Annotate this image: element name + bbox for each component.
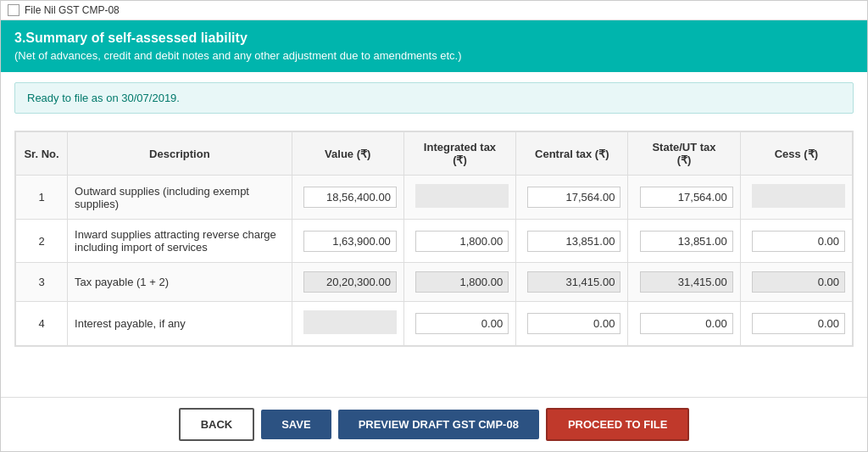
- save-button[interactable]: SAVE: [261, 410, 331, 439]
- cell-state-tax-3: 31,415.00: [628, 263, 740, 302]
- cell-cess-2: 0.00: [740, 220, 852, 263]
- cell-value-4: [292, 302, 403, 346]
- table-row: 1 Outward supplies (including exempt sup…: [16, 176, 853, 220]
- cell-srno-1: 1: [16, 176, 68, 220]
- cell-desc-1: Outward supplies (including exempt suppl…: [68, 176, 292, 220]
- empty-int-tax-1: [415, 184, 509, 208]
- col-description: Description: [68, 132, 292, 176]
- cell-desc-4: Interest payable, if any: [68, 302, 292, 346]
- input-int-tax-2[interactable]: 1,800.00: [415, 231, 509, 252]
- cell-int-tax-4: 0.00: [403, 302, 515, 346]
- cell-int-tax-2: 1,800.00: [403, 220, 515, 263]
- cell-desc-3: Tax payable (1 + 2): [68, 263, 292, 302]
- summary-table: Sr. No. Description Value (₹) Integrated…: [15, 131, 853, 346]
- input-central-tax-1[interactable]: 17,564.00: [527, 187, 620, 208]
- col-integrated-tax: Integrated tax(₹): [403, 132, 515, 176]
- cell-value-3: 20,20,300.00: [292, 263, 403, 302]
- cell-cess-4: 0.00: [740, 302, 852, 346]
- ready-notice: Ready to file as on 30/07/2019.: [14, 82, 854, 114]
- cell-value-1: 18,56,400.00: [292, 176, 403, 220]
- input-state-tax-1[interactable]: 17,564.00: [640, 187, 733, 208]
- title-checkbox[interactable]: [8, 4, 19, 16]
- table-row: 3 Tax payable (1 + 2) 20,20,300.00 1,800…: [16, 263, 853, 302]
- input-cess-2[interactable]: 0.00: [752, 231, 845, 252]
- empty-value-4: [303, 310, 397, 334]
- input-int-tax-3: 1,800.00: [415, 271, 509, 293]
- ready-notice-text: Ready to file as on 30/07/2019.: [27, 92, 180, 104]
- input-central-tax-3: 31,415.00: [527, 271, 620, 293]
- table-header-row: Sr. No. Description Value (₹) Integrated…: [16, 132, 853, 176]
- cell-int-tax-3: 1,800.00: [403, 263, 515, 302]
- col-srno: Sr. No.: [16, 132, 68, 176]
- cell-value-2: 1,63,900.00: [292, 220, 403, 263]
- cell-state-tax-1: 17,564.00: [628, 176, 740, 220]
- input-cess-3: 0.00: [752, 271, 845, 293]
- col-central-tax: Central tax (₹): [516, 132, 628, 176]
- input-value-1[interactable]: 18,56,400.00: [303, 187, 397, 208]
- cell-cess-1: [740, 176, 852, 220]
- cell-central-tax-4: 0.00: [516, 302, 628, 346]
- input-value-2[interactable]: 1,63,900.00: [303, 231, 397, 252]
- table-row: 4 Interest payable, if any 0.00 0.00 0.0…: [16, 302, 853, 346]
- main-window: File Nil GST CMP-08 3.Summary of self-as…: [0, 0, 868, 452]
- cell-cess-3: 0.00: [740, 263, 852, 302]
- cell-central-tax-3: 31,415.00: [516, 263, 628, 302]
- input-value-3: 20,20,300.00: [303, 271, 397, 293]
- table-row: 2 Inward supplies attracting reverse cha…: [16, 220, 853, 263]
- empty-cess-1: [752, 184, 845, 208]
- back-button[interactable]: BACK: [179, 408, 255, 441]
- summary-table-container: Sr. No. Description Value (₹) Integrated…: [14, 131, 854, 347]
- section-subheading: (Net of advances, credit and debit notes…: [14, 49, 854, 62]
- input-int-tax-4[interactable]: 0.00: [415, 313, 509, 334]
- cell-int-tax-1: [403, 176, 515, 220]
- input-state-tax-3: 31,415.00: [640, 271, 733, 293]
- cell-state-tax-4: 0.00: [628, 302, 740, 346]
- col-cess: Cess (₹): [740, 132, 852, 176]
- title-bar: File Nil GST CMP-08: [1, 1, 867, 20]
- col-state-ut-tax: State/UT tax(₹): [628, 132, 740, 176]
- input-central-tax-4[interactable]: 0.00: [527, 313, 620, 334]
- cell-desc-2: Inward supplies attracting reverse charg…: [68, 220, 292, 263]
- section-header: 3.Summary of self-assessed liability (Ne…: [1, 20, 867, 72]
- cell-central-tax-1: 17,564.00: [516, 176, 628, 220]
- cell-state-tax-2: 13,851.00: [628, 220, 740, 263]
- proceed-to-file-button[interactable]: PROCEED TO FILE: [546, 408, 690, 441]
- preview-button[interactable]: PREVIEW DRAFT GST CMP-08: [338, 410, 539, 439]
- cell-srno-3: 3: [16, 263, 68, 302]
- cell-central-tax-2: 13,851.00: [516, 220, 628, 263]
- cell-srno-2: 2: [16, 220, 68, 263]
- input-state-tax-2[interactable]: 13,851.00: [640, 231, 733, 252]
- window-title: File Nil GST CMP-08: [25, 4, 120, 16]
- input-state-tax-4[interactable]: 0.00: [640, 313, 733, 334]
- footer-bar: BACK SAVE PREVIEW DRAFT GST CMP-08 PROCE…: [1, 397, 867, 451]
- input-central-tax-2[interactable]: 13,851.00: [527, 231, 620, 252]
- cell-srno-4: 4: [16, 302, 68, 346]
- input-cess-4[interactable]: 0.00: [752, 313, 845, 334]
- col-value: Value (₹): [292, 132, 403, 176]
- section-heading: 3.Summary of self-assessed liability: [14, 31, 854, 46]
